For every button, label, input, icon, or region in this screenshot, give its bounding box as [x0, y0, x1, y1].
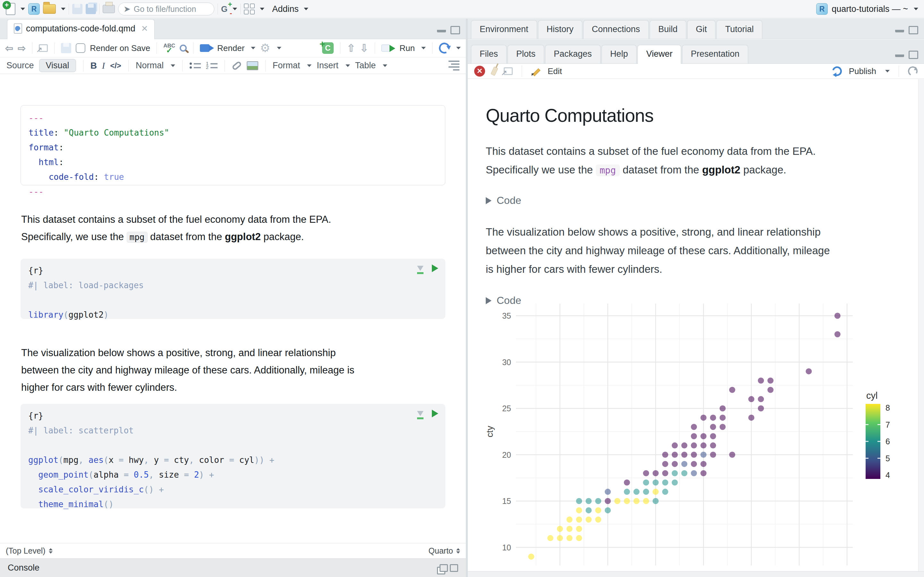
publish-label[interactable]: Publish [849, 66, 876, 76]
code-format-button[interactable]: </> [110, 61, 121, 70]
editor-canvas[interactable]: ---title: "Quarto Computations"format: h… [0, 74, 466, 543]
minimize-pane-icon[interactable] [895, 51, 904, 57]
tab-build[interactable]: Build [650, 20, 686, 39]
tab-help[interactable]: Help [602, 45, 637, 63]
source-mode-button[interactable]: Source [6, 61, 34, 71]
tab-environment[interactable]: Environment [471, 20, 537, 39]
rerun-icon[interactable] [437, 41, 451, 55]
version-control-icon[interactable]: G+- [221, 4, 228, 14]
tab-packages[interactable]: Packages [545, 45, 601, 63]
code-line: --- [29, 184, 437, 199]
open-file-icon[interactable] [43, 4, 56, 14]
yaml-block[interactable]: ---title: "Quarto Computations"format: h… [21, 105, 445, 185]
new-file-caret-icon[interactable] [21, 8, 25, 10]
publish-icon[interactable] [830, 65, 843, 78]
project-menu[interactable]: R quarto-tutorials — ~ [816, 3, 918, 15]
format-menu[interactable]: Format [273, 61, 300, 71]
numbered-list-icon[interactable]: 1 2 [206, 63, 218, 69]
save-all-icon[interactable] [86, 4, 96, 14]
svg-text:35: 35 [502, 311, 511, 320]
render-on-save-checkbox[interactable] [76, 43, 86, 53]
find-replace-icon[interactable] [180, 45, 187, 52]
addins-menu[interactable]: Addins [272, 4, 299, 14]
tab-git[interactable]: Git [687, 20, 716, 39]
run-previous-icon[interactable]: ⇧ [347, 42, 355, 54]
svg-text:30: 30 [502, 358, 511, 367]
minimize-pane-icon[interactable] [437, 26, 446, 32]
save-doc-icon[interactable] [61, 43, 71, 53]
table-menu[interactable]: Table [355, 61, 376, 71]
back-icon[interactable]: ⇦ [5, 43, 13, 54]
tab-connections[interactable]: Connections [583, 20, 649, 39]
run-chunk-icon[interactable] [432, 410, 438, 417]
code-chunk-load-packages[interactable]: {r}#| label: load-packages library(ggplo… [21, 259, 445, 319]
forward-icon[interactable]: ⇨ [18, 43, 26, 54]
run-next-icon[interactable]: ⇩ [360, 42, 368, 54]
viewer-scroll-gutter[interactable] [918, 79, 924, 571]
render-icon[interactable] [200, 44, 210, 52]
paragraph-style-select[interactable]: Normal [136, 61, 164, 71]
close-tab-icon[interactable]: ✕ [139, 24, 148, 34]
bold-button[interactable]: B [90, 61, 97, 71]
tab-viewer[interactable]: Viewer [638, 45, 681, 63]
code-fold-toggle-1[interactable]: Code [486, 195, 521, 206]
tab-files[interactable]: Files [471, 45, 507, 63]
version-control-caret-icon[interactable] [233, 8, 237, 10]
tab-history[interactable]: History [538, 20, 582, 39]
render-label[interactable]: Render [217, 43, 244, 53]
viewer-new-window-icon[interactable] [504, 67, 513, 75]
console-header[interactable]: Console [0, 558, 466, 577]
tab-plots[interactable]: Plots [507, 45, 544, 63]
run-caret-icon[interactable] [421, 47, 426, 49]
open-new-window-icon[interactable] [39, 44, 48, 52]
maximize-pane-icon[interactable] [909, 26, 918, 34]
scope-selector[interactable]: (Top Level) [6, 546, 45, 556]
print-icon[interactable] [103, 5, 115, 13]
publish-caret-icon[interactable] [885, 70, 890, 73]
open-recent-caret-icon[interactable] [61, 8, 65, 10]
image-icon[interactable] [247, 61, 258, 70]
run-chunks-above-icon[interactable] [417, 411, 423, 416]
visual-mode-button[interactable]: Visual [39, 59, 76, 72]
outline-toggle-icon[interactable] [449, 61, 459, 71]
insert-menu[interactable]: Insert [317, 61, 338, 71]
panes-caret-icon[interactable] [260, 8, 264, 10]
console-popout-icon[interactable] [439, 564, 448, 572]
code-chunk-scatterplot[interactable]: {r}#| label: scatterplot ggplot(mpg, aes… [21, 404, 445, 508]
run-chunk-icon[interactable] [432, 264, 438, 272]
link-icon[interactable] [231, 61, 242, 71]
maximize-pane-icon[interactable] [909, 51, 918, 59]
minimize-pane-icon[interactable] [895, 26, 904, 32]
edit-label[interactable]: Edit [548, 66, 562, 76]
edit-pencil-icon[interactable] [531, 66, 541, 76]
options-caret-icon[interactable] [277, 47, 281, 49]
clear-viewer-icon[interactable]: ✕ [474, 66, 485, 77]
editor-paragraph-2[interactable]: The visualization below shows a positive… [21, 344, 448, 396]
run-label[interactable]: Run [399, 43, 415, 53]
rerun-caret-icon[interactable] [456, 47, 461, 49]
tab-presentation[interactable]: Presentation [682, 45, 748, 63]
new-file-icon[interactable]: + [6, 3, 15, 15]
save-icon[interactable] [72, 4, 82, 14]
options-gear-icon[interactable]: ⚙ [260, 41, 270, 55]
clear-all-broom-icon[interactable] [491, 66, 498, 76]
spellcheck-icon[interactable]: ABC✓ [163, 44, 175, 53]
goto-file-search[interactable]: ➤ Go to file/function [118, 3, 214, 15]
console-maximize-icon[interactable] [450, 564, 458, 572]
code-line: code-fold: true [29, 169, 437, 184]
panes-layout-icon[interactable] [244, 3, 255, 15]
editor-paragraph-1[interactable]: This dataset contains a subset of the fu… [21, 211, 448, 246]
italic-button[interactable]: I [102, 61, 105, 71]
refresh-viewer-icon[interactable] [907, 65, 919, 77]
tab-tutorial[interactable]: Tutorial [716, 20, 762, 39]
insert-chunk-icon[interactable]: +C [322, 42, 334, 54]
render-caret-icon[interactable] [251, 47, 255, 49]
addins-caret-icon[interactable] [304, 8, 309, 10]
filetype-selector[interactable]: Quarto [429, 546, 453, 556]
maximize-pane-icon[interactable] [451, 26, 460, 34]
run-chunks-above-icon[interactable] [417, 266, 423, 271]
run-icon[interactable] [381, 45, 390, 52]
new-project-icon[interactable]: R [28, 3, 40, 15]
bullet-list-icon[interactable] [190, 63, 201, 69]
editor-tab[interactable]: computations-code-fold.qmd ✕ [7, 19, 155, 39]
